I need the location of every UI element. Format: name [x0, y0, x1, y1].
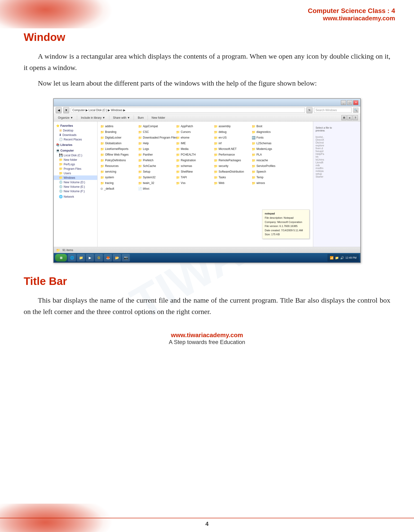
list-item[interactable]: 📁Tasks	[213, 174, 251, 180]
list-item[interactable]: 📁ModemLogs	[251, 146, 289, 152]
list-item[interactable]: 📁SoftwareDistribution	[213, 169, 251, 174]
organize-button[interactable]: Organize ▼	[56, 116, 75, 120]
include-library-button[interactable]: Include in library ▼	[79, 116, 107, 120]
explorer-titlebar: _ □ ✕	[54, 99, 360, 106]
list-item[interactable]: 📁AppPatch	[175, 124, 213, 129]
address-path[interactable]: Computer ▶ Local Disk (C:) ▶ Windows ▶	[71, 108, 305, 113]
nav-windows[interactable]: 📁Windows	[54, 175, 97, 180]
list-item[interactable]: 📁debug	[213, 129, 251, 135]
list-item[interactable]: 📁Branding	[99, 129, 137, 135]
taskbar-app-play[interactable]: ▶	[86, 254, 94, 262]
list-item[interactable]: 📁inf	[213, 141, 251, 146]
list-item[interactable]: 📁DigitalLocker	[99, 135, 137, 141]
nav-recent-places[interactable]: 🕐Recent Places	[54, 137, 97, 142]
minimize-button[interactable]: _	[341, 100, 346, 105]
nav-volume-e[interactable]: 💿New Volume (E:)	[54, 184, 97, 189]
nav-libraries-header[interactable]: 📚 Libraries	[54, 142, 97, 147]
list-item[interactable]: 📁en-US	[213, 135, 251, 141]
list-item[interactable]: 📁system	[99, 174, 137, 180]
view-tiles-button[interactable]: ⊞	[341, 115, 347, 120]
taskbar-app-google[interactable]: G	[95, 254, 103, 262]
search-box[interactable]: Search Windows	[314, 108, 352, 113]
list-item[interactable]: 📁addins	[99, 124, 137, 129]
nav-computer-header[interactable]: 💻 Computer	[54, 148, 97, 153]
search-icon[interactable]: 🔍	[353, 108, 358, 113]
list-item[interactable]: 📁Media	[175, 146, 213, 152]
list-item[interactable]: 📁Vss	[175, 180, 213, 186]
list-item[interactable]: 📁tracing	[99, 180, 137, 186]
list-item[interactable]: 📁Performance	[213, 152, 251, 157]
list-item[interactable]: 📁rescache	[251, 157, 289, 163]
list-item[interactable]: 📁System32	[137, 174, 175, 180]
share-with-button[interactable]: Share with ▼	[111, 116, 132, 120]
list-item[interactable]: 📁Offline Web Pages	[99, 152, 137, 157]
new-folder-button[interactable]: New folder	[150, 116, 167, 120]
list-item[interactable]: 📁ehome	[175, 135, 213, 141]
back-button[interactable]: ◀	[56, 107, 62, 113]
list-item[interactable]: 📁twain_32	[137, 180, 175, 186]
nav-volume-f[interactable]: 💿New Volume (F:)	[54, 189, 97, 193]
list-item[interactable]: 📁SchCache	[137, 163, 175, 169]
window-heading: Window	[24, 31, 390, 44]
list-item[interactable]: 📁Downloaded Program Files	[137, 135, 175, 141]
list-item[interactable]: 📁Prefetch	[137, 157, 175, 163]
list-item[interactable]: 📄bfsvc	[137, 186, 175, 191]
refresh-button[interactable]: ↻	[306, 107, 313, 113]
list-item[interactable]: 📁IME	[175, 141, 213, 146]
list-item[interactable]: 📁ShellNew	[175, 169, 213, 174]
list-item[interactable]: 📁Resources	[99, 163, 137, 169]
taskbar-app-firefox[interactable]: 🦊	[104, 254, 112, 262]
list-item[interactable]: 📁assembly	[213, 124, 251, 129]
list-item[interactable]: 📁CSC	[137, 129, 175, 135]
list-item[interactable]: 📁Temp	[251, 174, 289, 180]
list-item[interactable]: 📁Speech	[251, 169, 289, 174]
list-item[interactable]: 📁Microsoft.NET	[213, 146, 251, 152]
nav-network-item[interactable]: 🌐Network	[54, 194, 97, 199]
list-item[interactable]: 📁diagnostics	[251, 129, 289, 135]
close-button[interactable]: ✕	[353, 100, 358, 105]
list-item[interactable]: 📁L2Schemas	[251, 141, 289, 146]
dropdown-button[interactable]: ▼	[63, 107, 69, 113]
list-item[interactable]: 🔤Fonts	[251, 135, 289, 141]
list-item[interactable]: 📁ServiceProfiles	[251, 163, 289, 169]
burn-button[interactable]: Burn	[136, 116, 145, 120]
list-item[interactable]: 📁Panther	[137, 152, 175, 157]
list-item[interactable]: 📁LiveKernelReports	[99, 146, 137, 152]
list-item[interactable]: 📁TAPI	[175, 174, 213, 180]
list-item[interactable]: 📁RemotePackages	[213, 157, 251, 163]
taskbar-app-folder2[interactable]: 📂	[113, 254, 121, 262]
nav-local-disk-c[interactable]: 💾Local Disk (C:)	[54, 153, 97, 157]
list-item[interactable]: 📁PLA	[251, 152, 289, 157]
nav-perflogs[interactable]: 📁PerfLogs	[54, 162, 97, 166]
nav-program-files[interactable]: 📁Program Files	[54, 166, 97, 171]
taskbar-app-folder[interactable]: 📁	[77, 254, 85, 262]
list-item[interactable]: 📁PCHEALTH	[175, 152, 213, 157]
list-item[interactable]: 📁Globalization	[99, 141, 137, 146]
list-item[interactable]: 📁winsxs	[251, 180, 289, 186]
nav-volume-d[interactable]: 💿New Volume (D:)	[54, 180, 97, 184]
list-item[interactable]: 📁PolicyDefinitions	[99, 157, 137, 163]
start-button[interactable]: ⊞	[55, 254, 67, 262]
list-item[interactable]: 📁servicing	[99, 169, 137, 174]
list-item[interactable]: 📁Web	[213, 180, 251, 186]
list-item[interactable]: ⚙_default	[99, 186, 137, 191]
maximize-button[interactable]: □	[347, 100, 352, 105]
list-item[interactable]: 📁AppCompat	[137, 124, 175, 129]
taskbar-app-camera[interactable]: 📷	[122, 254, 130, 262]
nav-favorites-header[interactable]: ⭐ Favorites	[54, 124, 97, 128]
list-item[interactable]: 📁Registration	[175, 157, 213, 163]
list-item[interactable]: 📁security	[213, 163, 251, 169]
view-list-button[interactable]: ≡	[347, 115, 352, 120]
help-button[interactable]: ?	[353, 115, 358, 120]
nav-desktop[interactable]: 🖥Desktop	[54, 128, 97, 133]
list-item[interactable]: 📁schemas	[175, 163, 213, 169]
taskbar-app-ie[interactable]: 🌐	[68, 254, 76, 262]
nav-downloads[interactable]: ⬇Downloads	[54, 133, 97, 137]
list-item[interactable]: 📁Help	[137, 141, 175, 146]
list-item[interactable]: 📁Cursors	[175, 129, 213, 135]
nav-new-folder[interactable]: 📁New folder	[54, 157, 97, 162]
list-item[interactable]: 📁Setup	[137, 169, 175, 174]
nav-users[interactable]: 📁Users	[54, 171, 97, 175]
list-item[interactable]: 📁Logs	[137, 146, 175, 152]
list-item[interactable]: 📁Boot	[251, 124, 289, 129]
